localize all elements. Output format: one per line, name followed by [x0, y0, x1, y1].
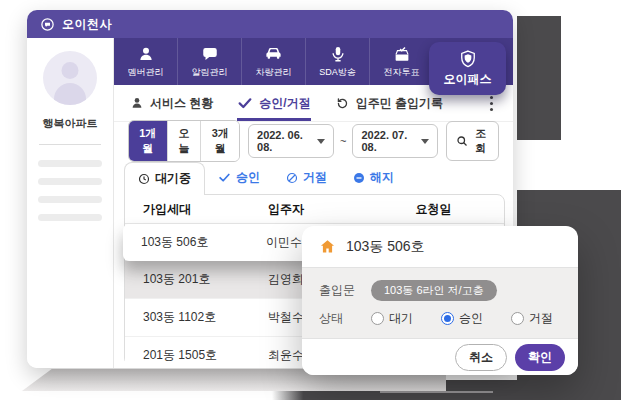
status-field: 상태 대기 승인 거절	[319, 310, 561, 327]
toolbar-item-pass-active[interactable]: 오이패스	[429, 42, 506, 95]
status-tab-label: 대기중	[155, 170, 191, 187]
tab-label: 입주민 출입기록	[356, 95, 443, 112]
status-tab-terminated[interactable]: 해지	[340, 162, 407, 194]
dialog-footer: 취소 확인	[302, 338, 578, 375]
check-icon	[237, 95, 253, 111]
circle-slash-icon	[286, 172, 298, 184]
sidebar: 행복아파트	[27, 38, 114, 368]
radio-circle	[441, 312, 454, 325]
search-button-label: 조회	[472, 126, 489, 156]
radio-reject[interactable]: 거절	[511, 310, 553, 327]
radio-wait[interactable]: 대기	[371, 310, 413, 327]
person-icon	[137, 45, 155, 63]
search-button[interactable]: 조회	[446, 121, 499, 161]
ballot-box-icon	[393, 45, 411, 63]
tab-entry-history[interactable]: 입주민 출입기록	[335, 85, 443, 121]
cell-household: 103동 506호	[123, 234, 266, 251]
stage: 오이천사 행복아파트	[0, 0, 621, 400]
date-range-separator: ~	[340, 135, 346, 147]
status-tab-label: 거절	[303, 169, 327, 186]
dialog-body: 출입문 103동 6라인 저/고층 상태 대기 승인 거절	[302, 268, 578, 338]
toolbar-item-evote[interactable]: 전자투표	[370, 38, 433, 85]
status-label: 상태	[319, 310, 371, 327]
status-tab-rejected[interactable]: 거절	[273, 162, 340, 194]
toolbar-item-label: 차량관리	[256, 66, 292, 79]
table-header: 가입세대 입주자 요청일	[125, 195, 504, 224]
cancel-button[interactable]: 취소	[455, 344, 507, 371]
history-icon	[335, 96, 350, 111]
column-resident: 입주자	[268, 201, 363, 218]
date-to-select[interactable]: 2022. 07. 08.	[352, 124, 438, 158]
chevron-down-icon	[421, 139, 429, 144]
cell-household: 303동 1102호	[125, 309, 268, 326]
date-from-value: 2022. 06. 08.	[257, 129, 310, 153]
cell-household: 103동 201호	[125, 271, 268, 288]
dialog-header: 103동 506호	[302, 226, 578, 268]
check-icon	[218, 171, 231, 184]
dialog-title: 103동 506호	[346, 238, 425, 256]
tab-label: 승인/거절	[259, 95, 310, 112]
door-label: 출입문	[319, 282, 371, 299]
column-request-date: 요청일	[363, 201, 504, 218]
filter-bar: 1개월 오늘 3개월 2022. 06. 08. ~ 2022. 07. 08.	[114, 122, 513, 158]
sidebar-placeholder-line	[38, 160, 102, 167]
shadow-block-top-right	[517, 16, 561, 140]
column-household: 가입세대	[125, 201, 268, 218]
shadow-accent-line	[380, 391, 493, 393]
search-icon	[456, 135, 468, 147]
door-value-badge: 103동 6라인 저/고층	[371, 280, 497, 301]
status-tabs: 대기중 승인 거절	[114, 158, 513, 194]
tab-label: 서비스 현황	[150, 95, 213, 112]
window-titlebar: 오이천사	[27, 10, 513, 38]
circle-minus-icon	[353, 172, 365, 184]
microphone-icon	[329, 45, 347, 63]
toolbar-item-label: 오이패스	[444, 71, 492, 88]
car-icon	[264, 44, 283, 63]
chevron-down-icon	[317, 139, 325, 144]
toolbar-item-label: 멤버관리	[128, 66, 164, 79]
sidebar-placeholder-line	[38, 178, 102, 185]
date-from-select[interactable]: 2022. 06. 08.	[248, 124, 334, 158]
approval-dialog: 103동 506호 출입문 103동 6라인 저/고층 상태 대기 승인	[302, 226, 578, 375]
radio-circle	[511, 312, 524, 325]
toolbar-item-label: 알림관리	[192, 66, 228, 79]
period-segmented-control: 1개월 오늘 3개월	[128, 120, 240, 162]
toolbar-item-label: 전자투표	[384, 66, 420, 79]
radio-label: 승인	[459, 310, 483, 327]
period-1month-button[interactable]: 1개월	[129, 121, 167, 161]
tab-service-status[interactable]: 서비스 현황	[130, 85, 213, 121]
period-today-button[interactable]: 오늘	[167, 121, 201, 161]
tab-approve-reject[interactable]: 승인/거절	[237, 85, 310, 121]
period-3month-button[interactable]: 3개월	[200, 121, 239, 161]
confirm-button[interactable]: 확인	[515, 344, 565, 371]
home-icon	[319, 238, 336, 255]
radio-approve[interactable]: 승인	[441, 310, 483, 327]
radio-label: 대기	[389, 310, 413, 327]
status-tab-pending[interactable]: 대기중	[124, 162, 205, 195]
status-tab-label: 해지	[370, 169, 394, 186]
radio-label: 거절	[529, 310, 553, 327]
apartment-name: 행복아파트	[43, 116, 98, 131]
sidebar-placeholder-line	[38, 214, 102, 221]
avatar	[43, 51, 97, 105]
toolbar-item-vehicle[interactable]: 차량관리	[242, 38, 306, 85]
sidebar-placeholder-line	[38, 196, 102, 203]
toolbar-item-member[interactable]: 멤버관리	[114, 38, 178, 85]
status-tab-label: 승인	[236, 169, 260, 186]
status-radio-group: 대기 승인 거절	[371, 310, 553, 327]
toolbar-item-label: SDA방송	[319, 66, 356, 79]
status-tab-approved[interactable]: 승인	[205, 162, 273, 194]
date-to-value: 2022. 07. 08.	[361, 129, 414, 153]
person-icon	[130, 96, 144, 110]
speech-bubble-icon	[201, 45, 219, 63]
app-logo-icon	[40, 17, 55, 32]
door-field: 출입문 103동 6라인 저/고층	[319, 280, 561, 301]
shield-icon	[458, 49, 478, 69]
cell-household: 201동 1505호	[125, 347, 268, 364]
toolbar-item-notification[interactable]: 알림관리	[178, 38, 242, 85]
window-title: 오이천사	[62, 16, 112, 33]
toolbar-item-broadcast[interactable]: SDA방송	[306, 38, 370, 85]
sidebar-divider	[39, 144, 101, 145]
radio-circle	[371, 312, 384, 325]
clock-icon	[138, 173, 150, 185]
